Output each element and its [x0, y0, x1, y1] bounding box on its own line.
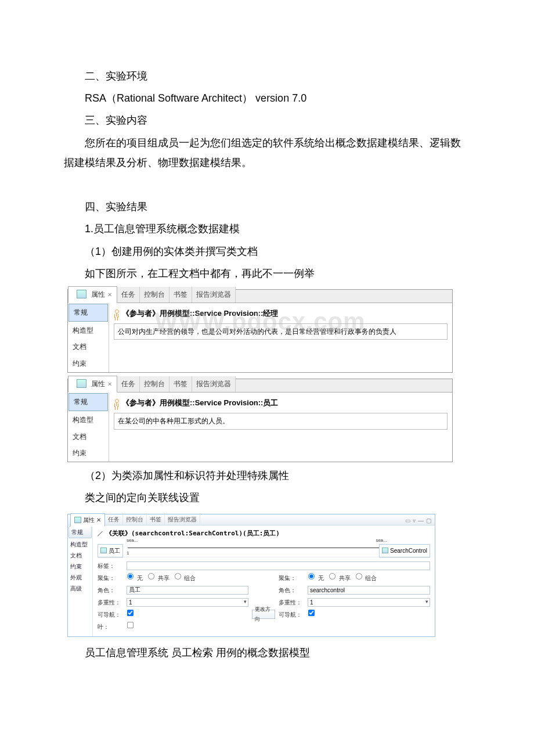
label-mult-b: 多重性： — [279, 597, 304, 608]
close-icon[interactable]: ✕ — [107, 289, 112, 300]
tab-properties[interactable]: 属性 ✕ — [70, 513, 105, 527]
label-role-a: 角色： — [98, 585, 123, 596]
radio-shared-b[interactable]: 共享 — [329, 573, 351, 584]
side-stereotype[interactable]: 构造型 — [68, 322, 109, 339]
tab-report-browser[interactable]: 报告浏览器 — [165, 513, 200, 525]
properties-icon — [77, 290, 86, 298]
tab-bookmarks[interactable]: 书签 — [169, 376, 192, 392]
section-2-body: RSA（Rational Software Architect） version… — [64, 88, 470, 108]
tab-properties-label: 属性 — [91, 288, 105, 301]
side-doc[interactable]: 文档 — [68, 339, 109, 355]
tab-report-browser[interactable]: 报告浏览器 — [192, 376, 236, 392]
close-icon[interactable]: ✕ — [107, 379, 112, 390]
element-title: 《参与者》用例模型::Service Provision::经理 — [122, 307, 278, 321]
tab-properties[interactable]: 属性 ✕ — [68, 286, 117, 303]
side-tabs: 常规 构造型 文档 约束 — [68, 303, 109, 372]
radio-composite-b[interactable]: 组合 — [355, 573, 377, 584]
label-aggregation-a: 聚集： — [98, 573, 123, 584]
side-advanced[interactable]: 高级 — [68, 583, 92, 594]
properties-icon — [74, 517, 81, 523]
properties-panel-association: 属性 ✕ 任务 控制台 书签 报告浏览器 ▭ ▿ — ▢ 常规 构造型 文档 约… — [67, 514, 435, 637]
nav-b-checkbox[interactable] — [308, 609, 315, 615]
end-b-sea: sea... — [376, 536, 387, 545]
side-stereotype[interactable]: 构造型 — [68, 412, 109, 429]
mult-a-input[interactable] — [127, 598, 248, 607]
footer-caption: 员工信息管理系统 员工检索 用例的概念数据模型 — [64, 643, 470, 663]
class-icon — [382, 548, 388, 553]
end-a-label: 员工 — [109, 545, 120, 556]
properties-panel-manager: 属性 ✕ 任务 控制台 书签 报告浏览器 常规 构造型 文档 约束 《参与者》用… — [67, 289, 453, 373]
section-3-body: 您所在的项目组成员一起为您们组选定的软件系统给出概念数据建模结果、逻辑数据建模结… — [64, 133, 470, 172]
side-doc[interactable]: 文档 — [68, 550, 92, 561]
section-3-title: 三、实验内容 — [64, 110, 470, 130]
association-end-b[interactable]: SearchControl — [379, 544, 430, 557]
nav-a-checkbox[interactable] — [127, 609, 134, 615]
tab-bookmarks[interactable]: 书签 — [147, 513, 165, 525]
change-direction-button[interactable]: 更改方向 — [252, 610, 275, 619]
association-icon — [98, 531, 103, 537]
maximize-icon[interactable]: ▢ — [426, 515, 431, 526]
section-4-1-2-body: 类之间的定向关联线设置 — [64, 488, 470, 507]
side-general[interactable]: 常规 — [68, 393, 108, 411]
label-aggregation-b: 聚集： — [279, 573, 304, 584]
tab-properties[interactable]: 属性 ✕ — [68, 376, 117, 393]
association-end-a[interactable]: 员工 — [98, 544, 123, 557]
section-4-title: 四、实验结果 — [64, 197, 470, 217]
leaf-checkbox[interactable] — [127, 621, 134, 628]
label-leaf: 叶： — [98, 621, 123, 632]
section-4-1-1: （1）创建用例的实体类并撰写类文档 — [64, 242, 470, 261]
tab-bookmarks[interactable]: 书签 — [169, 287, 192, 303]
properties-panel-employee: 属性 ✕ 任务 控制台 书签 报告浏览器 常规 构造型 文档 约束 《参与者》用… — [67, 379, 453, 462]
end-b-label: SearchControl — [390, 545, 427, 556]
side-stereotype[interactable]: 构造型 — [68, 539, 92, 550]
tab-tasks[interactable]: 任务 — [117, 376, 140, 392]
role-a-input[interactable] — [127, 586, 248, 595]
tab-console[interactable]: 控制台 — [140, 376, 169, 392]
tab-properties-label: 属性 — [91, 377, 105, 391]
radio-composite-a[interactable]: 组合 — [174, 573, 196, 584]
association-line: sea... 1 sea... 1 — [128, 541, 386, 548]
minimize-icon[interactable]: — — [418, 515, 424, 526]
side-doc[interactable]: 文档 — [68, 429, 109, 445]
side-constraint[interactable]: 约束 — [68, 355, 109, 372]
section-4-1-2: （2）为类添加属性和标识符并处理特殊属性 — [64, 466, 470, 485]
label-role-b: 角色： — [279, 585, 304, 596]
tab-properties-label: 属性 — [83, 514, 95, 525]
element-title: 《参与者》用例模型::Service Provision::员工 — [122, 396, 278, 411]
radio-none-b[interactable]: 无 — [308, 573, 324, 584]
side-constraint[interactable]: 约束 — [68, 445, 109, 462]
element-desc[interactable]: 公司对内生产经营的领导，也是公司对外活动的代表，是日常经营管理和行政事务的负责人 — [114, 323, 448, 340]
end-a-sea: sea... — [127, 536, 138, 545]
label-mult-a: 多重性： — [98, 597, 123, 608]
side-constraint[interactable]: 约束 — [68, 561, 92, 572]
class-icon — [100, 548, 107, 553]
side-general[interactable]: 常规 — [68, 304, 108, 322]
radio-none-a[interactable]: 无 — [127, 573, 143, 584]
close-icon[interactable]: ✕ — [96, 514, 101, 525]
tab-tasks[interactable]: 任务 — [105, 513, 123, 525]
role-b-input[interactable] — [308, 586, 430, 595]
end-a-mult-label: 1 — [127, 549, 129, 557]
label-input[interactable] — [127, 561, 430, 570]
tab-console[interactable]: 控制台 — [123, 513, 147, 525]
actor-icon — [114, 399, 120, 407]
properties-icon — [77, 379, 86, 388]
side-appearance[interactable]: 外观 — [68, 572, 92, 583]
tab-report-browser[interactable]: 报告浏览器 — [192, 287, 236, 303]
section-4-1-1-body: 如下图所示，在工程文档中都有，再此不一一例举 — [64, 264, 470, 283]
toolbar-icon[interactable]: ▭ — [405, 515, 410, 526]
tab-tasks[interactable]: 任务 — [117, 287, 140, 303]
element-desc[interactable]: 在某公司的中各种用工形式的人员。 — [114, 413, 448, 430]
section-2-title: 二、实验环境 — [64, 66, 470, 86]
radio-shared-a[interactable]: 共享 — [147, 573, 169, 584]
toolbar-icon[interactable]: ▿ — [413, 515, 416, 526]
label-nav-b: 可导航： — [279, 609, 304, 620]
section-4-1: 1.员工信息管理系统概念数据建模 — [64, 219, 470, 239]
actor-icon — [114, 309, 120, 318]
mult-b-input[interactable] — [308, 598, 430, 607]
label-nav-a: 可导航： — [98, 609, 123, 620]
panel-tabbar: 属性 ✕ 任务 控制台 书签 报告浏览器 — [68, 289, 452, 303]
tab-console[interactable]: 控制台 — [140, 287, 169, 303]
side-general[interactable]: 常规 — [68, 526, 92, 538]
label-label: 标签： — [98, 560, 123, 571]
